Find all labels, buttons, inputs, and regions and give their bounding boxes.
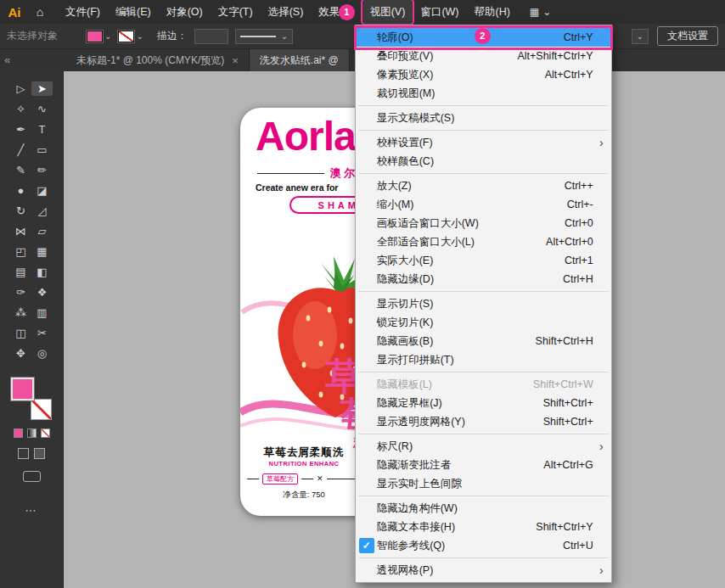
color-mode-button[interactable] <box>14 428 23 438</box>
tool-scale[interactable]: ◿ <box>31 204 53 218</box>
menu-item-31[interactable]: 隐藏边角构件(W) <box>357 499 610 518</box>
tool-magic-wand[interactable]: ✧ <box>10 102 31 116</box>
menu-item-4[interactable]: 裁切视图(M) <box>357 84 610 103</box>
menu-item-label: 像素预览(X) <box>377 68 434 82</box>
workspace-switcher[interactable]: ▦ ⌄ <box>530 6 551 18</box>
tool-zoom[interactable]: ◎ <box>31 346 53 361</box>
menu-item-20[interactable]: 隐藏画板(B)Shift+Ctrl+H <box>357 332 610 350</box>
chevron-down-icon: ⌄ <box>542 6 551 18</box>
tool-blend[interactable]: ❖ <box>31 285 53 300</box>
menubar-item-3[interactable]: 对象(O) <box>159 0 211 24</box>
cross-icon: ✕ <box>317 475 323 483</box>
tool-rectangle[interactable]: ▭ <box>31 143 53 157</box>
fill-color-picker[interactable]: ⌄ <box>87 31 111 42</box>
tab-bar-tabs: 未标题-1* @ 100% (CMYK/预览)×洗发水贴纸.ai* @ <box>66 49 350 71</box>
label-brand-logo: Aorla <box>256 113 356 160</box>
tool-eraser[interactable]: ◪ <box>31 183 53 198</box>
screen-mode-button[interactable] <box>23 471 41 482</box>
menu-item-16[interactable]: 隐藏边缘(D)Ctrl+H <box>357 270 610 288</box>
chevron-down-icon[interactable]: ⌄ <box>104 31 111 41</box>
chevron-down-icon: ⌄ <box>637 31 644 41</box>
draw-behind-icon[interactable] <box>34 448 45 459</box>
menu-item-18[interactable]: 显示切片(S) <box>357 294 610 313</box>
menu-item-27[interactable]: 标尺(R)› <box>357 437 610 456</box>
menubar-item-4[interactable]: 文字(T) <box>211 0 261 24</box>
menu-item-shortcut: Alt+Ctrl+G <box>530 459 593 471</box>
menu-item-21[interactable]: 显示打印拼贴(T) <box>357 350 610 369</box>
menu-item-32[interactable]: 隐藏文本串接(H)Shift+Ctrl+Y <box>357 518 610 536</box>
tool-mesh[interactable]: ▤ <box>10 265 31 279</box>
controlbar-right-group: ⌄ 文档设置 <box>632 26 718 46</box>
tool-gradient[interactable]: ◧ <box>31 265 53 279</box>
gradient-mode-button[interactable] <box>27 428 37 438</box>
menubar-item-9[interactable]: 帮助(H) <box>467 0 518 24</box>
menu-item-6[interactable]: 显示文稿模式(S) <box>357 109 610 127</box>
tab-close-icon[interactable]: × <box>232 54 239 67</box>
menubar-item-5[interactable]: 选择(S) <box>261 0 312 24</box>
tool-selection[interactable]: ➤ <box>31 81 53 96</box>
draw-normal-icon[interactable] <box>18 448 29 459</box>
menu-item-12[interactable]: 缩小(M)Ctrl+- <box>357 195 610 214</box>
menu-item-label: 显示打印拼贴(T) <box>377 353 454 367</box>
stroke-swatch-none[interactable] <box>31 399 52 420</box>
menubar-item-8[interactable]: 窗口(W) <box>413 0 466 24</box>
tool-shape-builder[interactable]: ◰ <box>10 244 31 259</box>
style-combo[interactable]: ⌄ <box>632 29 649 44</box>
home-icon[interactable]: ⌂ <box>29 5 51 19</box>
document-tab-2[interactable]: 洗发水贴纸.ai* @ <box>250 49 350 71</box>
menu-item-25[interactable]: 显示透明度网格(Y)Shift+Ctrl+ <box>357 412 610 431</box>
tool-blob-brush[interactable]: ● <box>10 183 31 198</box>
tool-direct-selection[interactable]: ▷ <box>10 81 31 96</box>
stroke-color-picker[interactable]: ⌄ <box>118 31 143 42</box>
menu-item-35[interactable]: 透视网格(P)› <box>357 561 610 580</box>
collapse-panel-icon[interactable]: « <box>4 49 10 71</box>
menu-item-14[interactable]: 全部适合窗口大小(L)Alt+Ctrl+0 <box>357 232 610 251</box>
tool-column-graph[interactable]: ▥ <box>31 305 53 320</box>
brand-tagline: Create anew era for <box>256 182 338 193</box>
tool-width[interactable]: ⋈ <box>10 224 31 238</box>
menu-item-15[interactable]: 实际大小(E)Ctrl+1 <box>357 251 610 270</box>
stroke-width-input[interactable] <box>194 29 228 44</box>
menu-item-24[interactable]: 隐藏定界框(J)Shift+Ctrl+ <box>357 394 610 412</box>
none-mode-button[interactable] <box>41 428 50 438</box>
menu-item-29[interactable]: 显示实时上色间隙 <box>357 474 610 493</box>
fill-swatch[interactable] <box>11 378 34 400</box>
tool-slice[interactable]: ✂ <box>31 326 53 340</box>
tool-eyedropper[interactable]: ✑ <box>10 285 31 300</box>
tool-line-segment[interactable]: ╱ <box>10 143 31 157</box>
menu-item-28[interactable]: 隐藏渐变批注者Alt+Ctrl+G <box>357 456 610 474</box>
stroke-profile-combo[interactable]: ⌄ <box>235 29 293 44</box>
menu-item-8[interactable]: 校样设置(F)› <box>357 133 610 152</box>
tool-artboard[interactable]: ◫ <box>10 326 31 340</box>
menu-item-2[interactable]: 叠印预览(V)Alt+Shift+Ctrl+Y <box>357 47 610 65</box>
tool-hand[interactable]: ✥ <box>10 346 31 361</box>
tool-perspective-grid[interactable]: ▦ <box>31 244 53 259</box>
tool-symbol-sprayer[interactable]: ⁂ <box>10 305 31 320</box>
menu-item-label: 隐藏边角构件(W) <box>377 501 458 516</box>
document-setup-button[interactable]: 文档设置 <box>657 26 718 46</box>
tool-rotate[interactable]: ↻ <box>10 204 31 218</box>
menu-item-3[interactable]: 像素预览(X)Alt+Ctrl+Y <box>357 65 610 84</box>
tool-pen[interactable]: ✒ <box>10 122 31 137</box>
menu-item-33[interactable]: ✓智能参考线(Q)Ctrl+U <box>357 536 610 555</box>
document-tab-1[interactable]: 未标题-1* @ 100% (CMYK/预览)× <box>66 49 250 71</box>
chevron-down-icon[interactable]: ⌄ <box>136 31 143 41</box>
tool-lasso[interactable]: ∿ <box>31 102 53 116</box>
stroke-none-swatch[interactable] <box>118 31 134 42</box>
menu-item-shortcut: Shift+Ctrl+W <box>520 378 593 390</box>
menubar-item-1[interactable]: 文件(F) <box>58 0 108 24</box>
menubar-item-2[interactable]: 编辑(E) <box>108 0 159 24</box>
fill-color-swatch[interactable] <box>87 31 103 42</box>
tool-paintbrush[interactable]: ✎ <box>10 163 31 177</box>
menu-item-19[interactable]: 锁定切片(K) <box>357 313 610 332</box>
fill-stroke-swatches[interactable] <box>11 378 52 420</box>
tool-free-transform[interactable]: ▱ <box>31 224 53 238</box>
menu-item-13[interactable]: 画板适合窗口大小(W)Ctrl+0 <box>357 214 610 232</box>
tool-type[interactable]: T <box>31 122 53 137</box>
menubar-item-7[interactable]: 视图(V)12轮廓(O)Ctrl+Y叠印预览(V)Alt+Shift+Ctrl+… <box>362 0 413 24</box>
menu-item-11[interactable]: 放大(Z)Ctrl++ <box>357 176 610 195</box>
tool-pencil[interactable]: ✏ <box>31 163 53 177</box>
menu-item-label: 隐藏文本串接(H) <box>377 520 455 535</box>
menu-item-9[interactable]: 校样颜色(C) <box>357 152 610 171</box>
toolbar-more-icon[interactable]: ⋯ <box>0 504 63 517</box>
